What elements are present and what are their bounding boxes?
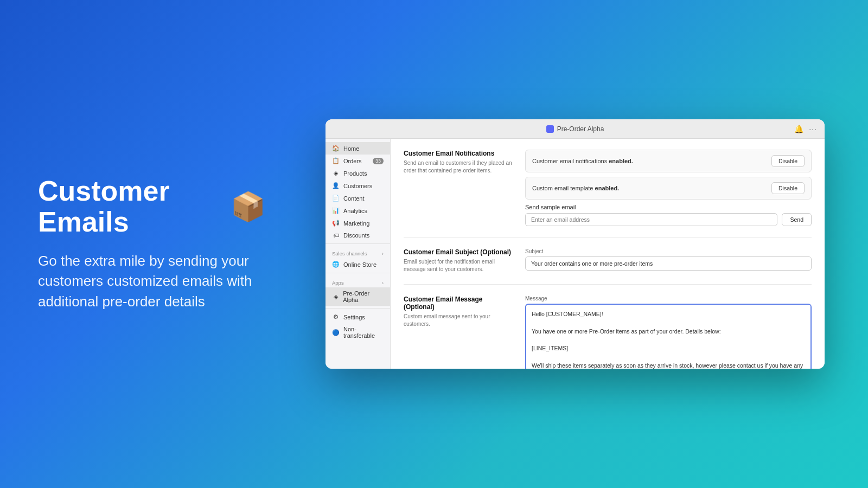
sidebar-item-analytics[interactable]: 📊 Analytics — [326, 204, 390, 217]
sidebar-item-content[interactable]: 📄 Content — [326, 192, 390, 204]
sales-channels-section: Sales channels › — [326, 246, 390, 258]
sidebar-item-non-transferable[interactable]: 🔵 Non-transferable — [326, 323, 390, 342]
sidebar-label-discounts: Discounts — [343, 232, 369, 239]
section-email-subject: Customer Email Subject (Optional) Email … — [404, 248, 812, 285]
send-sample-section: Send sample email Send — [525, 204, 812, 226]
sidebar-divider-2 — [326, 273, 390, 273]
sidebar-item-orders[interactable]: 📋 Orders 33 — [326, 155, 390, 167]
sidebar: 🏠 Home 📋 Orders 33 ◈ Products 👤 Customer… — [326, 139, 391, 369]
notifications-content: Customer email notifications enabled. Di… — [525, 150, 812, 226]
subject-field-label: Subject — [525, 248, 812, 254]
orders-badge: 33 — [373, 158, 384, 164]
preorder-alpha-icon: ◈ — [332, 293, 339, 300]
section-email-message: Customer Email Message (Optional) Custom… — [404, 296, 812, 369]
left-panel: Customer Emails 📦 Go the extra mile by s… — [0, 143, 304, 344]
app-icon — [546, 125, 554, 133]
sidebar-label-customers: Customers — [343, 183, 372, 189]
template-status-text: Custom email template enabled. — [532, 185, 619, 191]
notification-enabled-row: Customer email notifications enabled. Di… — [525, 150, 812, 172]
title-bar: Pre-Order Alpha 🔔 ··· — [326, 119, 825, 139]
subject-desc: Email subject for the notification email… — [404, 258, 512, 273]
sidebar-label-non-transferable: Non-transferable — [343, 326, 384, 339]
sidebar-item-products[interactable]: ◈ Products — [326, 167, 390, 179]
sub-text: Go the extra mile by sending your custom… — [38, 251, 266, 312]
non-transferable-icon: 🔵 — [332, 329, 340, 336]
sidebar-label-orders: Orders — [343, 158, 362, 164]
send-sample-row: Send — [525, 213, 812, 226]
content-icon: 📄 — [332, 195, 340, 202]
sidebar-label-preorder-alpha: Pre-Order Alpha — [343, 290, 384, 303]
heading-text: Customer Emails — [38, 176, 224, 237]
message-content: Message Hello [CUSTOMER_NAME]! You have … — [525, 296, 812, 369]
disable-template-button[interactable]: Disable — [771, 182, 805, 194]
sidebar-divider-3 — [326, 308, 390, 309]
message-title: Customer Email Message (Optional) — [404, 296, 512, 311]
message-desc: Custom email message sent to your custom… — [404, 313, 512, 328]
notification-status-bold: enabled. — [609, 158, 633, 164]
sidebar-divider-1 — [326, 243, 390, 244]
notifications-title: Customer Email Notifications — [404, 150, 512, 157]
message-field-label: Message — [525, 296, 812, 301]
notifications-desc: Send an email to customers if they place… — [404, 159, 512, 175]
disable-notifications-button[interactable]: Disable — [771, 155, 805, 167]
send-sample-label: Send sample email — [525, 204, 812, 210]
subject-content: Subject — [525, 248, 812, 273]
message-textarea[interactable]: Hello [CUSTOMER_NAME]! You have one or m… — [525, 304, 812, 369]
apps-chevron: › — [382, 280, 384, 286]
main-heading: Customer Emails 📦 — [38, 176, 266, 237]
app-window: Pre-Order Alpha 🔔 ··· 🏠 Home 📋 Orders 33 — [304, 108, 868, 380]
sidebar-label-online-store: Online Store — [343, 261, 376, 268]
sidebar-item-marketing[interactable]: 📢 Marketing — [326, 217, 390, 229]
settings-icon: ⚙ — [332, 313, 340, 320]
apps-label: Apps — [332, 280, 344, 286]
sidebar-item-online-store[interactable]: 🌐 Online Store — [326, 258, 390, 271]
sidebar-item-customers[interactable]: 👤 Customers — [326, 179, 390, 192]
discounts-icon: 🏷 — [332, 232, 340, 239]
section-label-message: Customer Email Message (Optional) Custom… — [404, 296, 512, 369]
template-enabled-row: Custom email template enabled. Disable — [525, 177, 812, 200]
heading-icon: 📦 — [231, 191, 266, 222]
bell-icon[interactable]: 🔔 — [794, 125, 803, 133]
subject-title: Customer Email Subject (Optional) — [404, 248, 512, 256]
more-icon[interactable]: ··· — [809, 125, 817, 133]
title-bar-controls: 🔔 ··· — [794, 125, 817, 133]
analytics-icon: 📊 — [332, 207, 340, 214]
orders-icon: 📋 — [332, 157, 340, 164]
section-email-notifications: Customer Email Notifications Send an ema… — [404, 150, 812, 237]
products-icon: ◈ — [332, 170, 340, 177]
sidebar-label-products: Products — [343, 170, 367, 177]
notification-status-text: Customer email notifications enabled. — [532, 158, 633, 164]
window-body: 🏠 Home 📋 Orders 33 ◈ Products 👤 Customer… — [326, 139, 825, 369]
sidebar-label-home: Home — [343, 145, 359, 152]
sales-channels-chevron: › — [382, 251, 384, 256]
section-label-notifications: Customer Email Notifications Send an ema… — [404, 150, 512, 226]
sidebar-item-preorder-alpha[interactable]: ◈ Pre-Order Alpha — [326, 287, 390, 306]
email-input[interactable] — [525, 213, 777, 226]
customers-icon: 👤 — [332, 182, 340, 189]
main-content: Customer Email Notifications Send an ema… — [391, 139, 825, 369]
apps-section: Apps › — [326, 275, 390, 287]
template-status-bold: enabled. — [595, 185, 620, 191]
title-bar-text: Pre-Order Alpha — [557, 125, 604, 133]
sidebar-label-content: Content — [343, 195, 365, 202]
subject-input[interactable] — [525, 256, 812, 271]
sales-channels-label: Sales channels — [332, 251, 367, 256]
send-sample-button[interactable]: Send — [782, 213, 812, 226]
sidebar-label-analytics: Analytics — [343, 208, 367, 214]
sidebar-label-marketing: Marketing — [343, 220, 369, 227]
sidebar-item-home[interactable]: 🏠 Home — [326, 142, 390, 155]
marketing-icon: 📢 — [332, 220, 340, 227]
window-frame: Pre-Order Alpha 🔔 ··· 🏠 Home 📋 Orders 33 — [326, 119, 825, 369]
sidebar-label-settings: Settings — [343, 314, 365, 320]
sidebar-item-discounts[interactable]: 🏷 Discounts — [326, 229, 390, 241]
section-label-subject: Customer Email Subject (Optional) Email … — [404, 248, 512, 273]
title-bar-title: Pre-Order Alpha — [546, 125, 604, 133]
sidebar-item-settings[interactable]: ⚙ Settings — [326, 311, 390, 323]
online-store-icon: 🌐 — [332, 261, 340, 268]
home-icon: 🏠 — [332, 145, 340, 152]
